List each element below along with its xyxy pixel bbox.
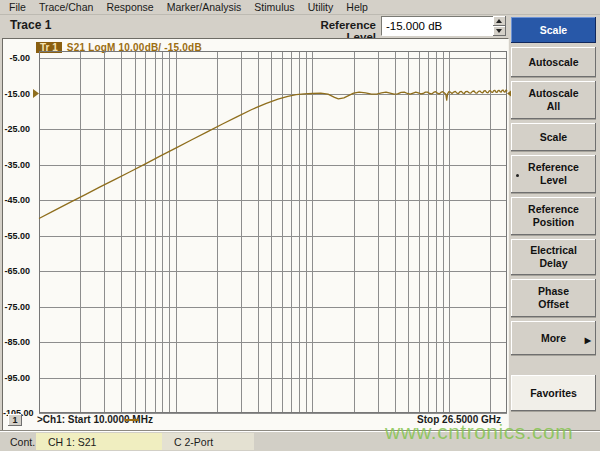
more-button[interactable]: More▶ — [511, 321, 596, 355]
channel-status-segment: CH 1: S21 — [36, 433, 162, 450]
reference-level-input[interactable] — [381, 16, 497, 36]
menu-item-marker-analysis[interactable]: Marker/Analysis — [167, 1, 242, 13]
submenu-arrow-icon: ▶ — [585, 334, 591, 347]
softkey-label: All — [547, 100, 560, 113]
y-axis-label: -5.00 — [3, 53, 30, 63]
calibration-status-segment: C 2-Port — [162, 433, 254, 450]
y-axis-label: -85.00 — [3, 337, 30, 347]
scale-button[interactable]: Scale — [511, 123, 596, 151]
sidebar-spacer — [511, 359, 596, 371]
sweep-status-label: Cont. — [10, 436, 35, 448]
softkey-label: Reference — [528, 203, 579, 216]
softkey-label: More — [541, 332, 566, 345]
active-entry-dot — [516, 174, 519, 177]
channel-badge[interactable]: 1 — [8, 414, 22, 426]
y-axis-label: -15.00 — [3, 89, 30, 99]
y-axis-label: -45.00 — [3, 195, 30, 205]
menu-item-stimulus[interactable]: Stimulus — [254, 1, 294, 13]
softkey-label: Delay — [539, 257, 567, 270]
softkey-sidebar: ScaleAutoscaleAutoscaleAllScaleReference… — [511, 17, 596, 411]
menu-item-file[interactable]: File — [9, 1, 26, 13]
autoscale-button[interactable]: Autoscale — [511, 47, 596, 77]
status-bar: Cont. CH 1: S21 C 2-Port — [0, 432, 600, 451]
softkey-label: Reference — [528, 161, 579, 174]
menu-item-utility[interactable]: Utility — [308, 1, 334, 13]
softkey-label: Electrical — [530, 244, 577, 257]
y-axis-label: -65.00 — [3, 266, 30, 276]
reference-position-button[interactable]: ReferencePosition — [511, 197, 596, 235]
favorites-button[interactable]: Favorites — [511, 375, 596, 411]
header-row: Trace 1 Reference Level — [0, 15, 600, 38]
y-axis-label: -55.00 — [3, 231, 30, 241]
menu-item-trace-chan[interactable]: Trace/Chan — [39, 1, 93, 13]
trace-window-title: Trace 1 — [10, 18, 51, 32]
softkey-label: Scale — [540, 131, 567, 144]
plot-panel: Tr 1 S21 LogM 10.00dB/ -15.0dB -5.00-15.… — [2, 38, 509, 431]
y-axis-label: -25.00 — [3, 124, 30, 134]
menu-bar: FileTrace/ChanResponseMarker/AnalysisSti… — [0, 0, 600, 15]
softkey-label: Scale — [540, 24, 567, 37]
softkey-label: Autoscale — [528, 87, 578, 100]
channel-status-label: CH 1: S21 — [48, 436, 96, 448]
stop-frequency-label: Stop 26.5000 GHz — [417, 414, 501, 425]
softkey-label: Level — [540, 174, 567, 187]
stepper-down-button[interactable] — [493, 26, 506, 36]
calibration-status-label: C 2-Port — [174, 436, 213, 448]
chart-grid — [33, 51, 513, 416]
stimulus-row: 1 >Ch1: Start 10.0000 MHz Stop 26.5000 G… — [3, 414, 506, 428]
y-axis-label: -75.00 — [3, 302, 30, 312]
softkey-label: Autoscale — [528, 56, 578, 69]
reference-level-stepper — [493, 16, 506, 36]
stepper-up-button[interactable] — [493, 16, 506, 26]
phase-offset-button[interactable]: PhaseOffset — [511, 279, 596, 317]
electrical-delay-button[interactable]: ElectricalDelay — [511, 239, 596, 275]
softkey-label: Phase — [538, 285, 569, 298]
autoscale-all-button[interactable]: AutoscaleAll — [511, 81, 596, 119]
menu-item-help[interactable]: Help — [346, 1, 368, 13]
reference-level-button[interactable]: ReferenceLevel — [511, 155, 596, 193]
y-axis-label: -95.00 — [3, 373, 30, 383]
reference-level-marker-left — [33, 89, 39, 98]
softkey-label: Position — [533, 216, 574, 229]
menu-item-response[interactable]: Response — [106, 1, 153, 13]
trace-color-legend — [125, 419, 139, 421]
y-axis-label: -35.00 — [3, 160, 30, 170]
scale-active-button[interactable]: Scale — [511, 17, 596, 43]
softkey-label: Offset — [538, 298, 568, 311]
